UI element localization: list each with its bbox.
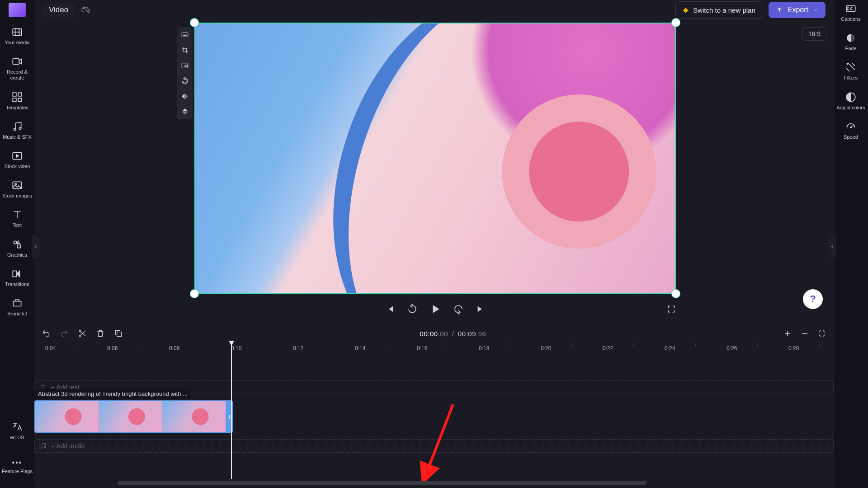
svg-point-6	[14, 128, 15, 130]
skip-start-button[interactable]	[385, 304, 395, 314]
svg-point-7	[19, 127, 21, 129]
sidebar-item-speed[interactable]: Speed	[844, 121, 858, 140]
svg-rect-24	[117, 332, 122, 337]
sidebar-item-filters[interactable]: Filters	[844, 61, 858, 81]
aspect-ratio-chip[interactable]: 16:9	[802, 27, 826, 41]
resize-handle-tl[interactable]	[190, 19, 198, 27]
sidebar-item-fade[interactable]: Fade	[845, 32, 857, 52]
svg-point-19	[847, 64, 848, 65]
filters-icon	[845, 61, 857, 73]
zoom-fit-button[interactable]	[817, 329, 826, 338]
sidebar-item-your-media[interactable]: Your media	[5, 26, 29, 46]
sidebar-item-stock-video[interactable]: Stock video	[5, 150, 30, 169]
zoom-out-button[interactable]	[800, 329, 809, 338]
timeline-header: 00:00.00 / 00:09.96	[34, 324, 834, 343]
help-button[interactable]: ?	[803, 289, 823, 309]
templates-icon	[11, 91, 23, 103]
svg-point-23	[79, 335, 80, 336]
sidebar-item-templates[interactable]: Templates	[6, 91, 28, 111]
sidebar-item-music-sfx[interactable]: Music & SFX	[3, 121, 32, 140]
sidebar-item-record-create[interactable]: Record & create	[0, 56, 34, 81]
locale-icon	[11, 421, 23, 433]
add-audio-track[interactable]: + Add audio	[34, 439, 834, 453]
sidebar-item-adjust-colors[interactable]: Adjust colors	[837, 91, 865, 111]
playhead[interactable]	[231, 343, 232, 479]
canvas-tool-strip	[177, 27, 193, 119]
upload-icon	[776, 6, 783, 14]
export-button-label: Export	[788, 6, 808, 14]
sidebar-item-label: Adjust colors	[837, 105, 865, 111]
flip-v-tool[interactable]	[180, 107, 190, 117]
svg-rect-13	[13, 271, 17, 277]
sidebar-item-label: Text	[13, 222, 22, 228]
delete-button[interactable]	[96, 329, 105, 338]
svg-rect-2	[13, 93, 16, 96]
plan-button-label: Switch to a new plan	[693, 6, 755, 14]
sidebar-item-label: Brand kit	[7, 311, 27, 317]
sidebar-item-label: Stock video	[5, 164, 30, 169]
expand-left-panel[interactable]: ›	[32, 235, 40, 258]
resize-handle-bl[interactable]	[190, 290, 198, 298]
locale-switch[interactable]: en-US	[10, 421, 24, 441]
ruler-tick: 0:18	[479, 345, 489, 352]
svg-rect-14	[182, 33, 188, 37]
collapse-right-panel[interactable]: ‹	[828, 235, 836, 258]
sidebar-item-label: Captions	[841, 16, 860, 22]
split-button[interactable]	[78, 329, 87, 338]
top-bar: Video ◆ Switch to a new plan Export	[34, 0, 834, 20]
speed-icon	[845, 121, 857, 132]
timeline-ruler[interactable]: 0:040:060:080:100:120:140:160:180:200:22…	[34, 343, 834, 355]
image-icon	[11, 179, 23, 191]
pip-tool[interactable]	[180, 61, 190, 70]
undo-button[interactable]	[42, 329, 51, 338]
right-sidebar: Captions Fade Filters Adjust colors Spee…	[834, 0, 868, 488]
resize-handle-tr[interactable]	[672, 19, 680, 27]
sidebar-item-label: Transitions	[5, 282, 29, 287]
resize-handle-br[interactable]	[672, 290, 680, 298]
switch-plan-button[interactable]: ◆ Switch to a new plan	[675, 1, 763, 19]
captions-icon	[845, 3, 857, 14]
sidebar-item-transitions[interactable]: Transitions	[5, 268, 29, 287]
skip-end-button[interactable]	[476, 304, 486, 314]
rotate-tool[interactable]	[180, 76, 190, 86]
more-menu[interactable]: ••• Feature Flags	[2, 459, 33, 474]
graphics-icon	[11, 239, 23, 250]
diamond-icon: ◆	[683, 6, 689, 14]
sidebar-item-brand-kit[interactable]: Brand kit	[7, 297, 27, 317]
feature-flags-label: Feature Flags	[2, 469, 33, 474]
sidebar-item-label: Filters	[844, 75, 858, 81]
sidebar-item-stock-images[interactable]: Stock images	[2, 179, 32, 199]
svg-point-22	[79, 330, 80, 332]
play-button[interactable]	[429, 303, 441, 315]
svg-rect-3	[18, 93, 22, 96]
forward-button[interactable]	[453, 304, 464, 314]
canvas-content[interactable]	[194, 23, 676, 294]
sidebar-item-graphics[interactable]: Graphics	[7, 239, 27, 258]
rewind-button[interactable]	[407, 304, 418, 314]
zoom-in-button[interactable]	[783, 329, 792, 338]
clip-thumb	[35, 401, 99, 432]
video-icon	[11, 150, 23, 162]
canvas-preview[interactable]	[194, 23, 676, 294]
ruler-tick: 0:12	[293, 345, 303, 352]
ruler-tick: 0:26	[726, 345, 737, 352]
sidebar-item-text[interactable]: Text	[11, 209, 23, 228]
redo-button[interactable]	[60, 329, 69, 338]
duplicate-button[interactable]	[114, 329, 123, 338]
fullscreen-button[interactable]	[667, 305, 676, 314]
crop-tool[interactable]	[180, 45, 190, 55]
video-clip[interactable]: ||	[34, 400, 233, 433]
fade-icon	[845, 32, 857, 44]
flip-h-tool[interactable]	[180, 91, 190, 101]
adjust-icon	[845, 91, 857, 103]
brand-logo[interactable]	[9, 3, 26, 17]
fit-tool[interactable]	[180, 30, 190, 40]
chevron-down-icon	[813, 7, 818, 13]
timeline-scrollbar[interactable]	[118, 481, 646, 485]
ruler-tick: 0:16	[417, 345, 427, 352]
cloud-off-icon[interactable]	[81, 5, 91, 15]
project-title[interactable]: Video	[42, 3, 75, 17]
ruler-tick: 0:22	[603, 345, 613, 352]
export-button[interactable]: Export	[769, 2, 826, 18]
sidebar-item-captions[interactable]: Captions	[841, 3, 860, 22]
